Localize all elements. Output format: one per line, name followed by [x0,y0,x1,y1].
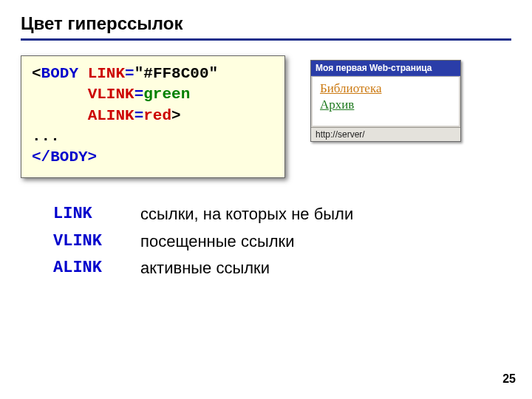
code-ellipsis: ... [32,128,60,145]
definition-row: ALINK активные ссылки [53,257,511,280]
title-rule [21,38,511,41]
code-vlink-attr: VLINK [88,86,134,103]
slide: Цвет гиперссылок <BODY LINK="#FF8C00" VL… [0,0,532,399]
def-term-vlink: VLINK [53,231,120,253]
code-lt: < [32,65,41,82]
def-term-alink: ALINK [53,257,120,280]
browser-body: Библиотека Архив [311,76,460,127]
preview-link-unvisited[interactable]: Библиотека [320,81,451,96]
content-row: <BODY LINK="#FF8C00" VLINK=green ALINK=r… [21,55,511,178]
browser-titlebar: Моя первая Web-страница [311,61,460,76]
def-desc-link: ссылки, на которых не были [140,203,353,226]
def-desc-alink: активные ссылки [140,257,270,280]
code-gt: > [171,107,181,124]
code-link-val: "#FF8C00" [134,65,218,82]
slide-title: Цвет гиперссылок [21,13,511,34]
page-number: 25 [502,372,516,386]
def-desc-vlink: посещенные ссылки [140,231,295,253]
code-alink-val: red [143,107,171,124]
definition-row: VLINK посещенные ссылки [53,231,511,253]
code-link-eq: = [125,65,134,82]
definitions-list: LINK ссылки, на которых не были VLINK по… [53,203,511,280]
code-vlink-val: green [143,86,190,103]
code-alink-eq: = [134,107,144,124]
browser-preview: Моя первая Web-страница Библиотека Архив… [310,60,461,142]
code-vlink-eq: = [134,86,144,103]
preview-link-visited[interactable]: Архив [320,98,451,112]
code-example: <BODY LINK="#FF8C00" VLINK=green ALINK=r… [21,55,285,178]
definition-row: LINK ссылки, на которых не были [53,203,511,226]
code-link-attr: LINK [88,65,125,82]
code-body-tag: BODY [41,65,78,82]
browser-statusbar: http://server/ [311,127,460,141]
code-alink-attr: ALINK [88,107,134,124]
code-body-close: </BODY> [32,149,97,166]
def-term-link: LINK [53,203,120,226]
